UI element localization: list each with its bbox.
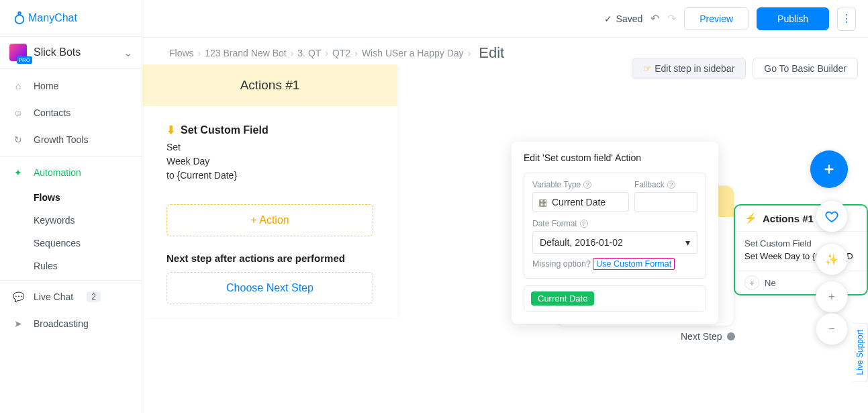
- nav-label: Growth Tools: [34, 134, 88, 145]
- saved-label: Saved: [616, 13, 643, 24]
- add-node-fab[interactable]: [810, 150, 848, 188]
- home-icon: ⌂: [12, 80, 24, 92]
- topbar: ✓Saved ↶ ↷ Preview Publish ⋮: [142, 0, 868, 38]
- date-format-select[interactable]: Default, 2016-01-02▾: [532, 231, 697, 254]
- crumb-qt2[interactable]: QT2: [332, 48, 350, 58]
- redo-button[interactable]: ↷: [667, 12, 676, 25]
- nav-label: Automation: [34, 167, 81, 178]
- actions-editor-panel: Actions #1 ⬇Set Custom Field Set Week Da…: [142, 64, 397, 318]
- nav-label: Broadcasting: [34, 318, 89, 329]
- canvas-toolbar: ☞Edit step in sidebar Go To Basic Builde…: [632, 58, 858, 79]
- action-card[interactable]: ⬇Set Custom Field Set Week Day to {Curre…: [166, 124, 373, 183]
- plus-icon: +: [744, 275, 759, 290]
- chat-icon: 💬: [12, 291, 24, 303]
- caret-down-icon: ▾: [685, 237, 690, 248]
- live-support-tab[interactable]: Live Support: [853, 322, 868, 382]
- fallback-input[interactable]: [634, 192, 697, 212]
- calendar-icon: ▦: [538, 197, 548, 208]
- crumb-bot[interactable]: 123 Brand New Bot: [205, 48, 286, 58]
- nav-keywords[interactable]: Keywords: [34, 209, 142, 232]
- next-step-port[interactable]: Next Step: [681, 331, 735, 342]
- check-icon: ✓: [604, 13, 612, 24]
- minus-icon: −: [828, 323, 834, 335]
- bolt-icon: ⚡: [744, 212, 757, 224]
- crumb-flows[interactable]: Flows: [169, 48, 194, 58]
- edit-step-label: Edit step in sidebar: [655, 63, 734, 74]
- current-date-pill[interactable]: Current Date: [531, 291, 594, 306]
- crumb-edit: Edit: [479, 44, 504, 62]
- connection-port[interactable]: [727, 332, 735, 340]
- variable-type-input[interactable]: ▦Current Date: [532, 192, 629, 212]
- variable-type-label: Variable Type?: [532, 180, 629, 189]
- help-icon[interactable]: ?: [667, 181, 675, 189]
- nav-flows[interactable]: Flows: [34, 186, 142, 209]
- wand-icon: ✨: [825, 253, 838, 266]
- use-custom-format-link[interactable]: Use Custom Format: [593, 258, 675, 270]
- nav-automation-sub: Flows Keywords Sequences Rules: [0, 186, 142, 277]
- crumb-flow-name[interactable]: Wish USer a Happy Day: [362, 48, 464, 58]
- saved-indicator: ✓Saved: [604, 13, 643, 24]
- next-step-heading: Next step after actions are performed: [142, 253, 397, 264]
- action-summary: Set Week Day to {Current Date}: [166, 140, 373, 183]
- plus-icon: +: [828, 291, 834, 303]
- crumb-qt[interactable]: 3. QT: [297, 48, 321, 58]
- nav-rules[interactable]: Rules: [34, 255, 142, 277]
- add-action-button[interactable]: + Action: [166, 204, 373, 236]
- point-icon: ☞: [643, 63, 652, 74]
- date-format-value: Default, 2016-01-02: [540, 237, 623, 248]
- edit-action-popup: Edit 'Set custom field' Action Variable …: [512, 142, 718, 324]
- node-title: Actions #1: [763, 213, 814, 224]
- main-nav: ⌂Home ☺Contacts ↻Growth Tools ✦Automatio…: [0, 68, 142, 341]
- brand-name: ManyChat: [28, 12, 77, 24]
- node-add-step[interactable]: +Ne: [735, 271, 867, 294]
- help-icon[interactable]: ?: [583, 181, 591, 189]
- preview-button[interactable]: Preview: [684, 7, 749, 30]
- nav-automation[interactable]: ✦Automation: [0, 159, 142, 186]
- nav-sequences[interactable]: Sequences: [34, 232, 142, 255]
- growth-icon: ↻: [12, 134, 24, 146]
- value-preview-row[interactable]: Current Date: [524, 285, 706, 312]
- popup-title: Edit 'Set custom field' Action: [524, 152, 706, 163]
- account-avatar: [9, 44, 27, 61]
- nav-label: Home: [34, 81, 58, 91]
- more-menu-button[interactable]: ⋮: [837, 7, 856, 31]
- publish-button[interactable]: Publish: [757, 7, 829, 30]
- fallback-label: Fallback?: [634, 180, 697, 189]
- svg-point-0: [15, 15, 24, 24]
- livechat-badge: 2: [87, 291, 101, 302]
- basic-builder-button[interactable]: Go To Basic Builder: [753, 58, 858, 79]
- download-icon: ⬇: [166, 124, 175, 136]
- nav-broadcasting[interactable]: ➤Broadcasting: [0, 310, 142, 337]
- account-switcher[interactable]: Slick Bots ⌄: [0, 36, 142, 68]
- user-icon: ☺: [12, 107, 24, 119]
- nav-contacts[interactable]: ☺Contacts: [0, 99, 142, 126]
- action-title: Set Custom Field: [181, 124, 269, 136]
- variable-type-value: Current Date: [552, 197, 606, 208]
- nav-livechat[interactable]: 💬Live Chat2: [0, 283, 142, 310]
- svg-point-1: [18, 12, 21, 15]
- zoom-out-fab[interactable]: −: [816, 313, 848, 345]
- chevron-down-icon: ⌄: [124, 46, 132, 59]
- brand-logo[interactable]: ManyChat: [0, 0, 142, 36]
- account-name: Slick Bots: [34, 46, 81, 58]
- flow-canvas[interactable]: Actions #1 ⬇Set Custom Field Set Week Da…: [142, 64, 868, 413]
- main-area: ✓Saved ↶ ↷ Preview Publish ⋮ Flows› 123 …: [142, 0, 868, 413]
- date-format-label: Date Format?: [532, 219, 697, 228]
- edit-step-button[interactable]: ☞Edit step in sidebar: [632, 58, 746, 79]
- nav-home[interactable]: ⌂Home: [0, 73, 142, 99]
- nav-label: Live Chat: [34, 291, 73, 302]
- undo-button[interactable]: ↶: [650, 12, 659, 25]
- choose-next-step-button[interactable]: Choose Next Step: [166, 272, 373, 304]
- zoom-in-fab[interactable]: +: [816, 281, 848, 313]
- heart-icon: [824, 209, 839, 224]
- manychat-icon: [12, 11, 27, 26]
- nav-growth[interactable]: ↻Growth Tools: [0, 126, 142, 153]
- plus-icon: [822, 162, 836, 177]
- magic-fab[interactable]: ✨: [816, 243, 848, 275]
- actions-node[interactable]: ⚡Actions #1 Set Custom Field Set Week Da…: [734, 204, 868, 295]
- next-step-label: Next Step: [681, 331, 722, 342]
- automation-icon: ✦: [12, 167, 24, 179]
- help-icon[interactable]: ?: [580, 220, 588, 228]
- missing-option-row: Missing option? Use Custom Format: [532, 259, 697, 269]
- favorite-fab[interactable]: [816, 200, 848, 232]
